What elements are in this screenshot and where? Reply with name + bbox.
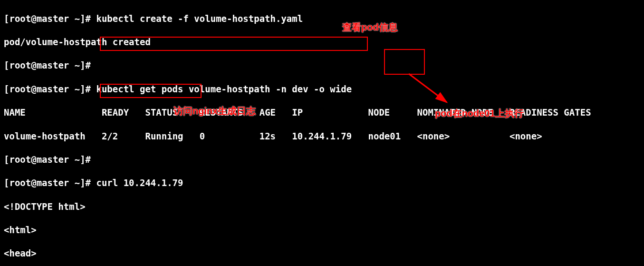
- cmd-curl: curl 10.244.1.79: [96, 177, 183, 188]
- output-line: <html>: [4, 224, 640, 236]
- val-status: Running: [145, 131, 183, 141]
- terminal-output[interactable]: [root@master ~]# kubectl create -f volum…: [0, 0, 644, 266]
- val-name: volume-hostpath: [4, 131, 86, 141]
- prompt: [root@master ~]#: [4, 154, 96, 165]
- cmd-create: kubectl create -f volume-hostpath.yaml: [96, 13, 303, 24]
- cmd-get-pods: kubectl get pods volume-hostpath -n dev …: [96, 84, 352, 94]
- prompt: [root@master ~]#: [4, 177, 96, 188]
- annotation-pod-node: pod在node01上执行: [435, 107, 524, 119]
- annotation-nginx-log: 访问nginx生成日志: [173, 105, 256, 117]
- output-line: <!DOCTYPE html>: [4, 201, 640, 213]
- annotation-view-pod: 查看pod信息: [342, 21, 398, 33]
- output-line: <head>: [4, 247, 640, 259]
- val-ip: 10.244.1.79: [292, 131, 352, 141]
- val-restarts: 0: [200, 131, 205, 141]
- table-row: volume-hostpath 2/2 Running 0 12s 10.244…: [4, 130, 640, 142]
- col-node: NODE: [368, 107, 390, 118]
- table-header: NAME READY STATUS RESTARTS AGE IP NODE N…: [4, 107, 640, 118]
- col-age: AGE: [260, 107, 276, 118]
- col-status: STATUS: [145, 107, 178, 118]
- prompt: [root@master ~]#: [4, 84, 96, 94]
- output-created: pod/volume-hostpath created: [4, 36, 640, 48]
- col-name: NAME: [4, 107, 26, 118]
- val-nominated: <none>: [417, 131, 450, 141]
- val-ready: 2/2: [102, 131, 118, 141]
- prompt: [root@master ~]#: [4, 60, 96, 70]
- val-readiness: <none>: [509, 131, 542, 141]
- prompt: [root@master ~]#: [4, 13, 96, 24]
- val-node: node01: [368, 131, 401, 141]
- col-ready: READY: [102, 107, 129, 118]
- val-age: 12s: [260, 131, 276, 141]
- col-ip: IP: [292, 107, 303, 118]
